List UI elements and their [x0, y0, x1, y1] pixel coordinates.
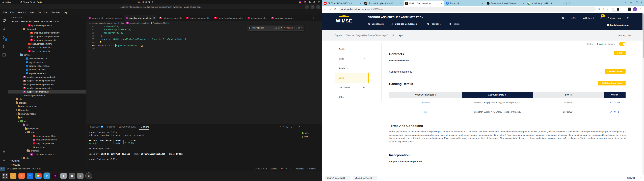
tree-item-shop.component.ts[interactable]: Ashop.component.ts	[8, 49, 86, 53]
tree-item-component[interactable]: component	[8, 127, 86, 130]
firefox-icon[interactable]: F	[18, 172, 25, 179]
browser-tab-github[interactable]: Releases · ShareX/ShareX✕	[485, 0, 526, 6]
back-button[interactable]: ←	[322, 8, 327, 11]
breadcrumb-item[interactable]: src	[89, 22, 92, 24]
forward-button[interactable]: →	[327, 8, 333, 11]
tree-item-reactive[interactable]: reactive	[8, 108, 86, 112]
files-icon[interactable]: F	[10, 172, 16, 179]
scrollbar-thumb[interactable]	[643, 14, 644, 58]
menu-item-file[interactable]: File	[2, 11, 8, 14]
show-apps-icon[interactable]	[2, 172, 8, 179]
tree-item-shop-crud.component.less[interactable]: lessshop-crud.component.less	[8, 34, 86, 38]
column-header[interactable]: IBAN⇅	[533, 92, 604, 98]
menu-legal[interactable]: Legal	[334, 73, 369, 82]
tree-item-supplier-info.component.ts[interactable]: Asupplier-info.component.ts	[8, 86, 86, 90]
tree-item-product.service.ts[interactable]: Aproduct.service.ts	[8, 68, 86, 72]
vscode-icon[interactable]: V	[44, 172, 50, 179]
panel-tab-problems[interactable]: PROBLEMS10	[89, 124, 103, 130]
download-item[interactable]: ShareX-15.0.....zip	[352, 176, 378, 180]
tree-item-progress[interactable]: progress	[8, 149, 86, 152]
menu-item-help[interactable]: Help	[61, 11, 69, 14]
editor-tab-detail.component.ts[interactable]: Adetail.component.ts	[157, 15, 184, 21]
clock[interactable]: Jun 12 12:07	[138, 1, 154, 4]
incorporation-upload-box[interactable]	[389, 166, 415, 176]
account-number-link[interactable]: test	[424, 111, 427, 113]
settings-icon[interactable]: S	[77, 172, 84, 179]
column-header[interactable]: ACCOUNT NAME⇅	[462, 92, 533, 98]
tree-item-sharedDirective[interactable]: sharedDirective	[8, 112, 86, 116]
new-tab-button[interactable]: +	[568, 1, 572, 5]
terminal-dropdown-icon[interactable]	[283, 126, 284, 127]
remote-indicator[interactable]: ><	[0, 167, 5, 171]
new-terminal-icon[interactable]: +	[280, 126, 281, 128]
breadcrumb-item[interactable]: SupplierInfoModule	[153, 22, 170, 24]
tree-item-invitation.service.ts[interactable]: Ainvitation.service.ts	[8, 57, 86, 60]
regex-icon[interactable]: .*	[280, 27, 282, 29]
menu-item-view[interactable]: View	[28, 11, 36, 14]
menu-item-run[interactable]: Run	[42, 11, 50, 14]
code-line-88[interactable]: 88💡	[86, 41, 322, 44]
close-tab-icon[interactable]: ✕	[441, 2, 442, 4]
network-icon[interactable]	[308, 1, 311, 3]
formatter[interactable]: ✔ Prettier	[307, 168, 316, 170]
reading-list-icon[interactable]: ☰	[623, 8, 626, 11]
volume-icon[interactable]	[313, 1, 316, 3]
run-debug-icon[interactable]	[0, 42, 8, 50]
menu-item-terminal[interactable]: Terminal	[50, 11, 61, 14]
tray-app-icon[interactable]	[299, 1, 301, 4]
focused-app-menu[interactable]: Visual Studio Code	[20, 1, 42, 4]
breadcrumb-item[interactable]: shared	[98, 22, 104, 24]
editor-tab-supplier-info.module.ts[interactable]: Asupplier-info.module.ts✕	[124, 15, 157, 21]
terminal-instance-bash[interactable]: $bash	[301, 135, 321, 138]
find-prev-icon[interactable]: ↑	[294, 27, 295, 29]
google-lens-icon[interactable]: G	[598, 8, 600, 11]
maximize-button[interactable]: ▢	[310, 5, 314, 9]
helpdesk-link[interactable]: Helpdesk	[582, 16, 594, 20]
close-tab-icon[interactable]: ✕	[522, 2, 524, 4]
screen-recorder-icon[interactable]: S	[86, 172, 92, 179]
activities-button[interactable]: Activities	[0, 1, 13, 4]
code-line-87[interactable]: 87 exports: [AdditionalInfoCrudComponent…	[86, 38, 322, 41]
tree-item-document-upload[interactable]: document-upload	[8, 104, 86, 108]
match-case-icon[interactable]: Aa	[274, 27, 277, 29]
download-item[interactable]: ShareX-15.....tar.gz	[325, 176, 350, 180]
browser-tab-wimse[interactable]: WProduct Supplier Admin U✕	[363, 0, 404, 6]
terminal-icon[interactable]: T	[52, 172, 58, 179]
show-all-downloads[interactable]: Show all	[627, 177, 635, 179]
minimize-button[interactable]: —	[305, 5, 309, 9]
vscode-title-bar[interactable]: supplier-info.module.ts - product-suppli…	[0, 4, 322, 10]
tree-item-shop.component.html[interactable]: 5shop.component.html	[8, 42, 86, 46]
nav-dashboards[interactable]: Dashboards	[368, 22, 384, 25]
tree-item-logistic.service.ts[interactable]: Alogistic.service.ts	[8, 60, 86, 64]
problems-summary[interactable]: ⊘0 ⚠10	[32, 168, 41, 170]
gimp-icon[interactable]: G	[69, 172, 75, 179]
tree-item-supplier-info-routing.module.ts[interactable]: Asupplier-info-routing.module.ts	[8, 75, 86, 79]
edit-icon[interactable]	[610, 102, 612, 104]
menu-profile[interactable]: Profile	[334, 44, 369, 54]
panel-tab-output[interactable]: OUTPUT	[107, 124, 115, 130]
breadcrumb-item[interactable]: supplier-info	[114, 22, 124, 24]
cursor-position[interactable]: Ln 89, Col 14	[255, 168, 267, 170]
tree-item-supplier-info.component.less[interactable]: lesssupplier-info.component.less	[8, 82, 86, 86]
delete-icon[interactable]	[614, 102, 616, 104]
menu-shop[interactable]: Shop	[334, 54, 369, 64]
close-tab-icon[interactable]: ✕	[360, 2, 361, 4]
thunderbird-icon[interactable]: T	[27, 172, 33, 179]
breadcrumb-item[interactable]: app	[94, 22, 96, 24]
tree-item-supplier-info.component.html[interactable]: 5supplier-info.component.html	[8, 79, 86, 82]
minimize-button[interactable]: —	[630, 1, 632, 4]
tree-item-map.component.scss[interactable]: Smap.component.scss	[8, 138, 86, 142]
tree-item-shop-crud[interactable]: shop-crud	[8, 27, 86, 31]
code-line-90[interactable]: 90	[86, 48, 322, 50]
close-downloads-bar-icon[interactable]: ✕	[640, 177, 641, 179]
search-icon[interactable]	[0, 25, 8, 33]
source-control-icon[interactable]: 1	[0, 34, 8, 42]
browser-tab-leaf[interactable]: ❀Install .tar.gz in Ubuntu✕	[526, 0, 566, 6]
tree-item-shop-crud.component.ts[interactable]: Ashop-crud.component.ts	[8, 38, 86, 42]
page-scrollbar[interactable]	[642, 12, 644, 175]
share-icon[interactable]: <	[602, 8, 604, 11]
find-in-selection-icon[interactable]: ▣	[298, 27, 300, 29]
close-button[interactable]: ✕	[641, 1, 643, 4]
code-editor[interactable]: 83 FormsModule,84 DocumentUploadModule,8…	[86, 25, 322, 124]
lightbulb-icon[interactable]: 💡	[100, 41, 102, 44]
